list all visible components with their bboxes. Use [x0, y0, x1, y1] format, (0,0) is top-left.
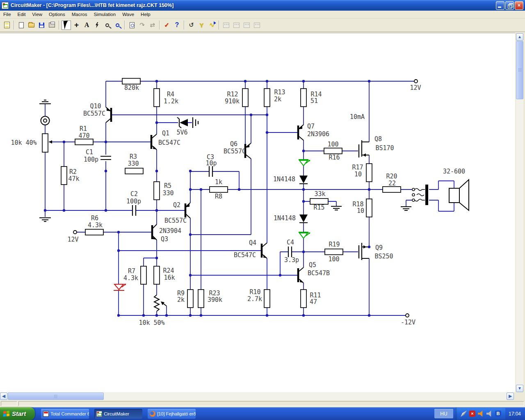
taskbar-button[interactable]: CircuitMaker — [94, 409, 142, 419]
component-label: BS170 — [375, 144, 394, 152]
component-label: 910k — [225, 98, 240, 105]
scroll-left-button[interactable]: ◀ — [0, 393, 7, 400]
component-label: R8 — [215, 193, 222, 200]
tray-icon[interactable] — [461, 411, 467, 417]
instrument-scope-icon[interactable] — [221, 21, 231, 30]
wire-tool-icon[interactable] — [72, 21, 81, 30]
menu-item[interactable]: Edit — [14, 11, 29, 18]
component-label: 1N4148 — [273, 176, 295, 183]
instrument-logic-icon[interactable] — [232, 21, 241, 30]
component-label: 1.2k — [164, 98, 178, 105]
menu-item[interactable]: File — [0, 11, 14, 18]
component-label: 5V6 — [176, 129, 187, 136]
red-led[interactable] — [114, 284, 126, 290]
component-label: Q9 — [375, 244, 383, 251]
component-label: 10 — [354, 171, 362, 178]
mirror-icon[interactable] — [148, 21, 157, 30]
minimize-button[interactable] — [496, 1, 504, 10]
system-tray: HU ×B — [434, 407, 505, 420]
status-cell — [1, 401, 17, 406]
clock: 17:04 — [509, 411, 521, 417]
parts-browser-icon[interactable] — [2, 21, 11, 30]
component-label: 390k — [208, 296, 222, 304]
component-label: C2 — [130, 190, 138, 198]
component-label: R24 — [163, 267, 174, 274]
component-label: R16 — [329, 154, 340, 161]
start-button[interactable]: Start — [0, 407, 35, 420]
diode-bars — [177, 117, 308, 223]
component-label: Q5 — [309, 261, 316, 269]
toolbar-separator — [159, 21, 160, 30]
menu-item[interactable]: Options — [46, 11, 68, 18]
component-label: BC547B — [308, 269, 330, 277]
vertical-scrollbar[interactable]: ▲ ▼ — [516, 33, 523, 392]
component-label: 820k — [124, 84, 139, 91]
text-tool-icon[interactable] — [82, 21, 91, 30]
menu-bar: FileEditViewOptionsMacrosSimulationWaveH… — [0, 11, 525, 18]
component-label: 4.3k — [123, 274, 138, 282]
menu-item[interactable]: Simulation — [90, 11, 119, 18]
input-jack[interactable] — [41, 116, 50, 125]
instrument-probe-icon[interactable] — [252, 21, 262, 30]
component-label: BS250 — [374, 253, 393, 260]
open-folder-icon[interactable] — [27, 21, 36, 30]
help-pointer-icon[interactable] — [172, 21, 182, 30]
new-document-icon[interactable] — [16, 21, 26, 30]
component-label: 2N3904 — [159, 227, 181, 235]
tray-icon[interactable]: B — [495, 411, 501, 417]
erc-check-icon[interactable] — [162, 21, 171, 30]
component-label: 33k — [314, 190, 325, 198]
menu-item[interactable]: Wave — [119, 11, 137, 18]
component-label: R19 — [329, 241, 340, 248]
tray-icon[interactable]: × — [469, 411, 475, 417]
component-label: Q6 — [230, 140, 237, 148]
cursor-tool-icon[interactable] — [62, 21, 71, 30]
headphone-jack[interactable] — [412, 185, 428, 205]
menu-item[interactable]: View — [29, 11, 46, 18]
print-icon[interactable] — [47, 21, 57, 30]
tray-icons: ×B — [456, 407, 505, 420]
tray-icon[interactable] — [478, 411, 484, 417]
taskbar-button[interactable]: [10] Fejhallgató erősí... — [148, 409, 196, 419]
scroll-right-button[interactable]: ▶ — [507, 393, 514, 400]
menu-item[interactable]: Macros — [68, 11, 91, 18]
toolbar-separator — [124, 21, 125, 30]
vertical-scroll-thumb[interactable] — [516, 41, 523, 99]
component-label: 47k — [68, 175, 79, 183]
taskbar-button[interactable]: Total Commander 6.5... — [41, 409, 89, 419]
component-label: R13 — [274, 89, 285, 96]
wires — [45, 81, 454, 315]
diode-1n4148 — [299, 215, 308, 222]
transistor-bars[interactable] — [111, 108, 298, 282]
zoom-tool-icon[interactable] — [113, 21, 122, 30]
component-label: 100 — [327, 141, 338, 148]
reset-icon[interactable] — [187, 21, 196, 30]
horizontal-scroll-thumb[interactable] — [8, 393, 104, 400]
component-label: Q3 — [161, 235, 168, 243]
delete-tool-icon[interactable] — [92, 21, 102, 30]
schematic-canvas[interactable]: 820kR41.2kQ10BC557CR147010k 40%C1100pR24… — [0, 33, 515, 392]
green-led[interactable] — [299, 160, 310, 238]
save-icon[interactable] — [37, 21, 46, 30]
language-indicator[interactable]: HU — [434, 409, 453, 418]
horizontal-scrollbar[interactable]: ◀ ▶ — [0, 392, 514, 400]
rotate-icon[interactable] — [137, 21, 147, 30]
component-label: 100 — [328, 256, 339, 263]
close-button[interactable]: × — [515, 1, 523, 10]
instrument-signal-icon[interactable] — [242, 21, 251, 30]
component-label: 100p — [126, 198, 141, 205]
component-label: 470 — [78, 132, 89, 139]
status-bar — [0, 400, 525, 407]
component-label: R3 — [130, 153, 137, 160]
run-analyses-icon[interactable] — [207, 21, 217, 30]
menu-item[interactable]: Help — [137, 11, 154, 18]
probe-tool-icon[interactable] — [103, 21, 112, 30]
tray-icon[interactable] — [486, 411, 493, 417]
restore-button[interactable] — [505, 1, 514, 10]
view-page-icon[interactable] — [127, 21, 137, 30]
wrench-icon[interactable] — [197, 21, 206, 30]
scroll-up-button[interactable]: ▲ — [516, 33, 523, 41]
speaker[interactable] — [449, 180, 469, 210]
potentiometer-zigzag[interactable] — [154, 295, 167, 311]
scroll-down-button[interactable]: ▼ — [516, 385, 523, 392]
